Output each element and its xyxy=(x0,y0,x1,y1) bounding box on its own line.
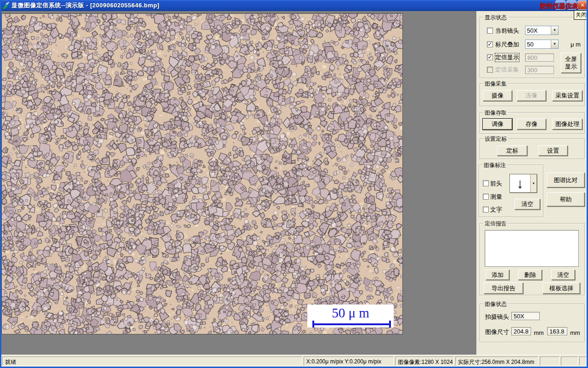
display-status-group: 显示状态 当前镜头 50X ▼ ✓ 标尺叠加 50 ▼ μ m ✓ 定倍显示 8… xyxy=(480,17,585,78)
annotation-title: 图像标注 xyxy=(482,161,507,169)
capture-settings-button[interactable]: 采集设置 xyxy=(552,90,582,101)
status-pixel-scale: X:0.200μ m/pix Y:0.200μ m/pix xyxy=(304,356,394,366)
calibration-group: 设置定标 定标 设置 xyxy=(480,138,585,159)
micrograph-viewport[interactable]: 50 μ m xyxy=(1,13,403,334)
fullscreen-button[interactable]: 全屏显示 xyxy=(561,53,581,73)
image-height-unit: mm xyxy=(570,329,580,336)
report-delete-button[interactable]: 删除 xyxy=(518,270,542,280)
close-tooltip: 关闭 xyxy=(574,10,588,20)
status-bar: 就绪 X:0.200μ m/pix Y:0.200μ m/pix 图像像素:12… xyxy=(1,355,587,367)
client-area: 50 μ m 显示状态 当前镜头 50X ▼ ✓ 标尺叠加 50 xyxy=(1,11,587,355)
capture-lens-label: 拍摄镜头 xyxy=(485,313,509,321)
scale-overlay-combobox[interactable]: 50 ▼ xyxy=(525,40,559,49)
status-empty-cell xyxy=(561,356,578,366)
export-report-button[interactable]: 导出报告 xyxy=(484,282,523,294)
chevron-down-icon[interactable]: ▼ xyxy=(551,40,558,48)
load-image-button[interactable]: 调像 xyxy=(483,119,512,130)
save-image-button[interactable]: 存像 xyxy=(517,119,546,130)
app-window: 显微图像定倍系统--演示版 - [20090602055646.bmp] — ❐… xyxy=(0,0,588,368)
status-actual-size: 实际尺寸:256.0mm X 204.8mm xyxy=(455,356,538,366)
scale-overlay-checkbox[interactable]: ✓ xyxy=(487,41,493,47)
status-empty-cell xyxy=(579,356,587,366)
image-capture-title: 图像采集 xyxy=(483,80,508,88)
display-status-title: 显示状态 xyxy=(483,14,508,22)
image-height-value: 163.8 xyxy=(547,327,567,335)
freeze-button: 冻像 xyxy=(517,90,546,101)
image-storage-title: 图像存取 xyxy=(483,109,508,117)
report-title: 定倍报告 xyxy=(483,220,508,228)
report-clear-button[interactable]: 清空 xyxy=(551,270,575,280)
chevron-down-icon[interactable]: ▼ xyxy=(530,174,537,192)
image-storage-group: 图像存取 调像 存像 图像处理 xyxy=(480,112,585,134)
current-lens-label[interactable]: 当前镜头 xyxy=(495,27,519,35)
image-width-value: 204.8 xyxy=(511,327,531,335)
marker-style-combobox[interactable]: ↓ ▼ xyxy=(509,174,537,193)
app-icon xyxy=(2,2,10,9)
combo-arrow-glyph: ▼ xyxy=(532,182,535,185)
capture-button[interactable]: 摄像 xyxy=(483,90,512,101)
help-button[interactable]: 帮助 xyxy=(547,192,585,207)
title-bar: 显微图像定倍系统--演示版 - [20090602055646.bmp] — ❐… xyxy=(0,0,588,11)
combo-arrow-glyph: ▼ xyxy=(553,28,557,32)
template-select-button[interactable]: 模板选择 xyxy=(543,282,580,294)
measure-label[interactable]: 测量 xyxy=(490,193,502,201)
scale-bar-line xyxy=(312,323,391,325)
report-listbox[interactable] xyxy=(485,230,579,267)
current-lens-checkbox[interactable] xyxy=(487,28,493,34)
fixed-capture-input: 300 xyxy=(525,66,554,74)
vendor-watermark: 胶州仪器仪表 xyxy=(540,2,578,11)
fixed-capture-label: 定倍采集 xyxy=(495,66,519,74)
fixed-capture-checkbox xyxy=(487,67,493,73)
arrow-marker-icon: ↓ xyxy=(510,174,530,192)
report-add-button[interactable]: 添加 xyxy=(486,270,509,280)
close-icon: ✕ xyxy=(580,2,584,8)
arrow-label[interactable]: 箭头 xyxy=(490,179,502,188)
image-status-title: 图像状态 xyxy=(483,300,508,308)
scale-bar-tick-left xyxy=(312,321,314,328)
image-size-label: 图像尺寸 xyxy=(485,328,509,336)
scale-overlay-unit: μ m xyxy=(571,41,581,48)
scale-bar: 50 μ m xyxy=(307,305,394,328)
image-width-unit: mm xyxy=(534,329,544,336)
chevron-down-icon[interactable]: ▼ xyxy=(551,26,558,34)
capture-lens-value: 50X xyxy=(511,312,540,320)
fixed-display-label[interactable]: 定倍显示 xyxy=(495,53,519,62)
current-lens-value: 50X xyxy=(526,26,551,34)
text-checkbox[interactable] xyxy=(483,207,489,213)
image-capture-group: 图像采集 摄像 冻像 采集设置 xyxy=(480,83,585,106)
settings-button[interactable]: 设置 xyxy=(538,145,568,156)
check-icon: ✓ xyxy=(487,54,492,60)
micrograph-canvas[interactable] xyxy=(2,14,402,334)
current-lens-combobox[interactable]: 50X ▼ xyxy=(525,26,559,35)
arrow-checkbox[interactable] xyxy=(483,180,489,186)
combo-arrow-glyph: ▼ xyxy=(553,42,557,46)
calibration-title: 设置定标 xyxy=(483,135,508,143)
close-button[interactable]: ✕ xyxy=(577,0,588,10)
status-image-pixels: 图像像素:1280 X 1024 xyxy=(395,356,454,366)
scale-bar-tick-right xyxy=(389,321,391,328)
fixed-display-checkbox[interactable]: ✓ xyxy=(487,54,493,60)
image-status-group: 图像状态 拍摄镜头 50X 图像尺寸 204.8 mm 163.8 mm xyxy=(480,304,585,342)
check-icon: ✓ xyxy=(487,41,492,47)
atlas-compare-button[interactable]: 图谱比对 xyxy=(547,172,585,188)
status-empty-cell xyxy=(540,356,560,366)
control-panel: 显示状态 当前镜头 50X ▼ ✓ 标尺叠加 50 ▼ μ m ✓ 定倍显示 8… xyxy=(476,11,587,355)
measure-checkbox[interactable] xyxy=(483,194,489,200)
text-label[interactable]: 文字 xyxy=(490,206,502,214)
window-title: 显微图像定倍系统--演示版 - [20090602055646.bmp] xyxy=(11,1,159,10)
status-ready: 就绪 xyxy=(2,356,302,366)
scale-bar-label: 50 μ m xyxy=(307,305,394,321)
clear-annotation-button[interactable]: 清空 xyxy=(514,199,540,210)
calibrate-button[interactable]: 定标 xyxy=(497,145,527,156)
annotation-group: 图像标注 箭头 ↓ ▼ 测量 清空 文字 xyxy=(479,165,543,217)
report-group: 定倍报告 添加 删除 清空 导出报告 模板选择 xyxy=(480,223,585,295)
scale-overlay-value: 50 xyxy=(526,40,551,48)
fixed-display-input: 800 xyxy=(525,53,554,62)
scale-overlay-label[interactable]: 标尺叠加 xyxy=(495,40,519,49)
image-processing-button[interactable]: 图像处理 xyxy=(552,119,582,130)
